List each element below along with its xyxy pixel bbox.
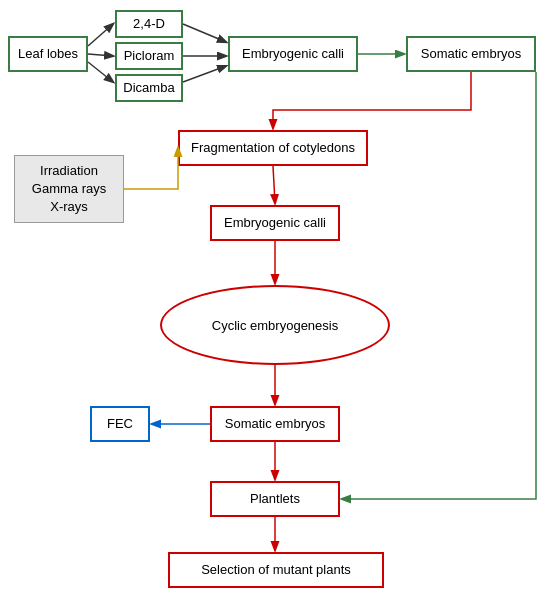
svg-line-0 xyxy=(88,24,113,46)
svg-line-1 xyxy=(88,54,113,56)
picloram-box: Picloram xyxy=(115,42,183,70)
diagram: Leaf lobes 2,4-D Picloram Dicamba Embryo… xyxy=(0,0,548,595)
dicamba-box: Dicamba xyxy=(115,74,183,102)
somatic-embryos-mid-box: Somatic embryos xyxy=(210,406,340,442)
svg-line-7 xyxy=(273,166,275,203)
svg-line-2 xyxy=(88,62,113,82)
embryogenic-calli-mid-box: Embryogenic calli xyxy=(210,205,340,241)
irradiation-box: Irradiation Gamma rays X-rays xyxy=(14,155,124,223)
svg-line-5 xyxy=(183,66,226,82)
fragmentation-box: Fragmentation of cotyledons xyxy=(178,130,368,166)
plantlets-box: Plantlets xyxy=(210,481,340,517)
two4d-box: 2,4-D xyxy=(115,10,183,38)
somatic-embryos-top-box: Somatic embryos xyxy=(406,36,536,72)
cyclic-embryogenesis-ellipse: Cyclic embryogenesis xyxy=(160,285,390,365)
svg-line-3 xyxy=(183,24,226,42)
leaf-lobes-box: Leaf lobes xyxy=(8,36,88,72)
fec-box: FEC xyxy=(90,406,150,442)
selection-box: Selection of mutant plants xyxy=(168,552,384,588)
embryogenic-calli-top-box: Embryogenic calli xyxy=(228,36,358,72)
